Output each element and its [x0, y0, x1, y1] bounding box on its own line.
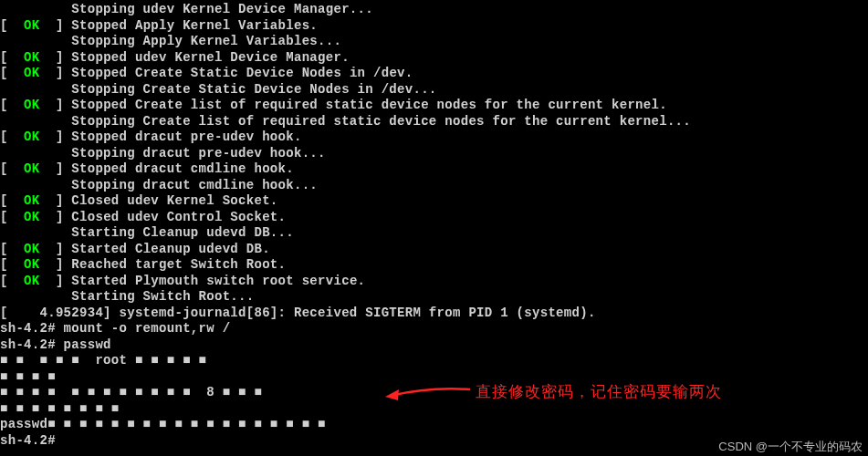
line-message: passwd■ ■ ■ ■ ■ ■ ■ ■ ■ ■ ■ ■ ■ ■ ■ ■ ■ …: [0, 417, 326, 431]
line-message: Closed udev Control Socket.: [71, 210, 286, 224]
status-ok: OK: [24, 242, 39, 256]
line-message: ■ ■ ■ ■ ■ ■ ■ ■: [0, 401, 120, 416]
bracket-open: [: [0, 161, 24, 176]
status-ok: OK: [24, 161, 39, 176]
bracket-open: [: [0, 242, 24, 256]
terminal-line: [ OK ] Closed udev Kernel Socket.: [0, 193, 868, 210]
bracket-close: ]: [40, 130, 72, 144]
line-message: Stopping udev Kernel Device Manager...: [0, 2, 373, 16]
line-message: Stopping Create Static Device Nodes in /…: [0, 82, 437, 97]
terminal-line: [ OK ] Stopped Apply Kernel Variables.: [0, 18, 868, 35]
status-ok: OK: [24, 18, 39, 33]
terminal-line: [ OK ] Stopped udev Kernel Device Manage…: [0, 50, 868, 67]
terminal-line: passwd■ ■ ■ ■ ■ ■ ■ ■ ■ ■ ■ ■ ■ ■ ■ ■ ■ …: [0, 417, 868, 433]
bracket-open: [: [0, 66, 24, 80]
status-ok: OK: [24, 193, 39, 208]
terminal-line: Stopping Apply Kernel Variables...: [0, 34, 868, 50]
line-message: [ 4.952934] systemd-journald[86]: Receiv…: [0, 306, 596, 320]
terminal-line: [ OK ] Started Cleanup udevd DB.: [0, 242, 868, 258]
bracket-close: ]: [40, 161, 72, 176]
terminal-line: Stopping dracut cmdline hook...: [0, 178, 868, 194]
bracket-close: ]: [40, 18, 72, 33]
bracket-close: ]: [40, 50, 72, 65]
line-message: Stopping dracut pre-udev hook...: [0, 146, 326, 161]
bracket-open: [: [0, 50, 24, 65]
line-message: sh-4.2# mount -o remount,rw /: [0, 321, 230, 336]
bracket-open: [: [0, 98, 24, 112]
terminal-line: ■ ■ ■ ■ ■ root ■ ■ ■ ■ ■: [0, 353, 868, 369]
line-message: Stopped Create list of required static d…: [71, 98, 667, 112]
line-message: Reached target Switch Root.: [71, 257, 286, 272]
line-message: Stopped dracut pre-udev hook.: [71, 130, 301, 144]
arrow-left-icon: [383, 382, 470, 402]
terminal-line: Starting Cleanup udevd DB...: [0, 225, 868, 242]
line-message: Stopping dracut cmdline hook...: [0, 178, 318, 192]
line-message: Stopped udev Kernel Device Manager.: [71, 50, 350, 65]
bracket-close: ]: [40, 98, 72, 112]
status-ok: OK: [24, 210, 39, 224]
terminal-line: [ OK ] Stopped Create Static Device Node…: [0, 66, 868, 82]
line-message: Stopping Apply Kernel Variables...: [0, 34, 341, 48]
terminal-line: [ OK ] Stopped dracut cmdline hook.: [0, 161, 868, 178]
status-ok: OK: [24, 274, 39, 288]
status-ok: OK: [24, 98, 39, 112]
line-message: Starting Cleanup udevd DB...: [0, 225, 294, 240]
terminal-line: Stopping dracut pre-udev hook...: [0, 146, 868, 162]
bracket-close: ]: [40, 257, 72, 272]
line-message: Stopping Create list of required static …: [0, 114, 691, 129]
terminal-line: sh-4.2# mount -o remount,rw /: [0, 321, 868, 337]
terminal-line: ■ ■ ■ ■ ■ ■ ■ ■: [0, 401, 868, 418]
line-message: ■ ■ ■ ■ ■ root ■ ■ ■ ■ ■: [0, 353, 206, 368]
terminal-line: sh-4.2# passwd: [0, 337, 868, 354]
bracket-close: ]: [40, 210, 72, 224]
bracket-open: [: [0, 18, 24, 33]
status-ok: OK: [24, 66, 39, 80]
terminal-line: [ 4.952934] systemd-journald[86]: Receiv…: [0, 306, 868, 322]
terminal-line: Starting Switch Root...: [0, 289, 868, 306]
terminal-line: Stopping udev Kernel Device Manager...: [0, 2, 868, 18]
bracket-close: ]: [40, 193, 72, 208]
terminal-line: [ OK ] Started Plymouth switch root serv…: [0, 274, 868, 290]
line-message: Stopped dracut cmdline hook.: [71, 161, 294, 176]
bracket-open: [: [0, 210, 24, 224]
bracket-open: [: [0, 257, 24, 272]
bracket-open: [: [0, 130, 24, 144]
terminal-line: Stopping Create list of required static …: [0, 114, 868, 130]
line-message: Stopped Apply Kernel Variables.: [71, 18, 318, 33]
terminal-line: [ OK ] Closed udev Control Socket.: [0, 210, 868, 226]
terminal-line: Stopping Create Static Device Nodes in /…: [0, 82, 868, 98]
status-ok: OK: [24, 50, 39, 65]
terminal-line: [ OK ] Stopped Create list of required s…: [0, 98, 868, 114]
bracket-close: ]: [40, 66, 72, 80]
watermark: CSDN @一个不专业的码农: [718, 440, 863, 454]
bracket-open: [: [0, 274, 24, 288]
bracket-close: ]: [40, 242, 72, 256]
bracket-open: [: [0, 193, 24, 208]
line-message: Starting Switch Root...: [0, 289, 254, 304]
annotation-arrow-note: 直接修改密码，记住密码要输两次: [383, 382, 722, 402]
terminal-line: [ OK ] Stopped dracut pre-udev hook.: [0, 130, 868, 146]
line-message: Stopped Create Static Device Nodes in /d…: [71, 66, 413, 80]
terminal-line: [ OK ] Reached target Switch Root.: [0, 257, 868, 274]
line-message: Started Plymouth switch root service.: [71, 274, 365, 288]
line-message: ■ ■ ■ ■: [0, 369, 56, 384]
bracket-close: ]: [40, 274, 72, 288]
line-message: ■ ■ ■ ■ ■ ■ ■ ■ ■ ■ ■ ■ 8 ■ ■ ■: [0, 385, 262, 399]
line-message: sh-4.2#: [0, 433, 56, 448]
line-message: Closed udev Kernel Socket.: [71, 193, 277, 208]
annotation-text: 直接修改密码，记住密码要输两次: [476, 382, 722, 401]
line-message: Started Cleanup udevd DB.: [71, 242, 270, 256]
status-ok: OK: [24, 257, 39, 272]
status-ok: OK: [24, 130, 39, 144]
line-message: sh-4.2# passwd: [0, 337, 111, 352]
